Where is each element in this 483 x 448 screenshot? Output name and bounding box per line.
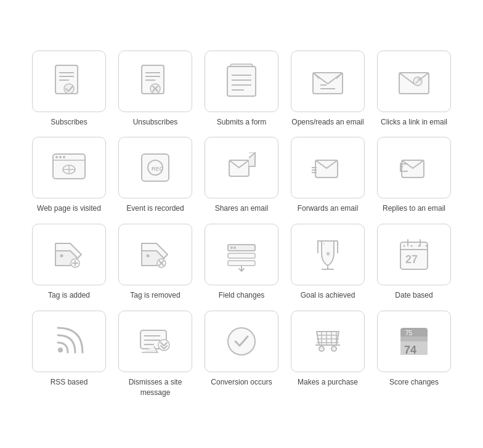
web-page-visited-label: Web page is visited bbox=[37, 203, 101, 214]
dismisses-site-message-icon bbox=[136, 322, 175, 361]
tag-added-label: Tag is added bbox=[48, 290, 90, 301]
icon-box-clicks-link-email bbox=[377, 51, 451, 112]
svg-text:27: 27 bbox=[405, 253, 418, 266]
tag-added-icon bbox=[49, 235, 89, 274]
icon-box-tag-removed bbox=[118, 224, 192, 285]
icon-box-replies-email bbox=[377, 137, 451, 198]
forwards-email-label: Forwards an email bbox=[298, 203, 359, 214]
replies-email-label: Replies to an email bbox=[383, 203, 445, 214]
shares-email-label: Shares an email bbox=[215, 203, 269, 214]
tile-field-changes[interactable]: Field changes bbox=[201, 224, 282, 301]
svg-point-75 bbox=[418, 245, 420, 247]
forwards-email-icon bbox=[308, 148, 347, 187]
tile-tag-added[interactable]: Tag is added bbox=[29, 224, 109, 301]
svg-text:74: 74 bbox=[404, 344, 416, 356]
svg-point-94 bbox=[331, 346, 336, 351]
submits-form-icon bbox=[222, 62, 261, 101]
tile-web-page-visited[interactable]: Web page is visited bbox=[29, 137, 109, 214]
icon-box-subscribes bbox=[32, 51, 106, 112]
conversion-occurs-label: Conversion occurs bbox=[211, 377, 272, 388]
clicks-link-email-icon bbox=[394, 62, 434, 101]
tile-subscribes[interactable]: Subscribes bbox=[29, 51, 109, 128]
icon-box-forwards-email bbox=[291, 137, 365, 198]
tile-event-recorded[interactable]: REC Event is recorded bbox=[115, 137, 195, 214]
svg-text:+: + bbox=[336, 242, 339, 246]
trigger-grid: Subscribes Unsubscribes bbox=[29, 51, 454, 398]
svg-text:REC: REC bbox=[152, 166, 164, 172]
web-page-visited-icon bbox=[49, 148, 89, 187]
svg-point-54 bbox=[230, 246, 233, 249]
svg-point-76 bbox=[426, 245, 428, 247]
goal-achieved-icon: ★ + + + bbox=[308, 235, 347, 274]
icon-box-event-recorded: REC bbox=[118, 137, 192, 198]
field-changes-label: Field changes bbox=[219, 290, 265, 301]
icon-box-date-based: 27 bbox=[377, 224, 451, 285]
icon-box-dismisses-site-message bbox=[118, 311, 192, 372]
svg-point-27 bbox=[55, 156, 58, 158]
date-based-icon: 27 bbox=[394, 235, 434, 274]
svg-text:75: 75 bbox=[405, 330, 413, 336]
tile-clicks-link-email[interactable]: Clicks a link in email bbox=[374, 51, 454, 128]
tile-makes-purchase[interactable]: Makes a purchase bbox=[288, 311, 368, 398]
opens-reads-email-icon bbox=[308, 62, 347, 101]
tile-goal-achieved[interactable]: ★ + + + Goal is achieved bbox=[288, 224, 368, 301]
conversion-occurs-icon bbox=[222, 322, 261, 361]
icon-box-goal-achieved: ★ + + + bbox=[291, 224, 365, 285]
svg-rect-56 bbox=[228, 253, 255, 258]
svg-point-73 bbox=[404, 245, 405, 247]
svg-point-28 bbox=[59, 156, 62, 158]
icon-box-field-changes bbox=[205, 224, 278, 285]
makes-purchase-icon bbox=[308, 322, 347, 361]
svg-rect-57 bbox=[228, 261, 255, 266]
tile-date-based[interactable]: 27 Date based bbox=[374, 224, 454, 301]
icon-box-submits-form bbox=[205, 51, 278, 112]
event-recorded-icon: REC bbox=[136, 148, 175, 187]
tile-submits-form[interactable]: Submits a form bbox=[201, 51, 282, 128]
svg-point-74 bbox=[411, 245, 413, 247]
icon-box-web-page-visited bbox=[32, 137, 106, 198]
svg-point-93 bbox=[319, 346, 324, 351]
score-changes-icon: 75 74 bbox=[394, 322, 434, 361]
tag-removed-icon bbox=[136, 235, 175, 274]
subscribes-icon bbox=[49, 62, 89, 101]
tile-shares-email[interactable]: Shares an email bbox=[201, 137, 282, 214]
tile-tag-removed[interactable]: Tag is removed bbox=[115, 224, 195, 301]
shares-email-icon bbox=[222, 148, 261, 187]
tile-dismisses-site-message[interactable]: Dismisses a site message bbox=[115, 311, 195, 398]
unsubscribes-label: Unsubscribes bbox=[133, 117, 178, 128]
tile-conversion-occurs[interactable]: Conversion occurs bbox=[201, 311, 282, 398]
unsubscribes-icon bbox=[136, 62, 175, 101]
icon-box-opens-reads-email bbox=[291, 51, 365, 112]
clicks-link-email-label: Clicks a link in email bbox=[381, 117, 447, 128]
tile-unsubscribes[interactable]: Unsubscribes bbox=[115, 51, 195, 128]
svg-point-49 bbox=[147, 255, 150, 258]
icon-box-conversion-occurs bbox=[205, 311, 278, 372]
tile-replies-email[interactable]: Replies to an email bbox=[374, 137, 454, 214]
svg-rect-13 bbox=[227, 67, 256, 96]
makes-purchase-label: Makes a purchase bbox=[298, 377, 358, 388]
icon-box-tag-added bbox=[32, 224, 106, 285]
svg-text:+: + bbox=[323, 242, 325, 245]
tile-rss-based[interactable]: RSS based bbox=[29, 311, 109, 398]
rss-based-label: RSS based bbox=[51, 377, 88, 388]
icon-box-rss-based bbox=[32, 311, 106, 372]
field-changes-icon bbox=[222, 235, 261, 274]
svg-point-78 bbox=[58, 348, 63, 352]
opens-reads-email-label: Opens/reads an email bbox=[291, 117, 363, 128]
svg-text:★: ★ bbox=[325, 250, 331, 257]
submits-form-label: Submits a form bbox=[217, 117, 267, 128]
svg-point-29 bbox=[63, 156, 65, 158]
icon-box-shares-email bbox=[205, 137, 278, 198]
icon-box-score-changes: 75 74 bbox=[377, 311, 451, 372]
tile-score-changes[interactable]: 75 74 Score changes bbox=[374, 311, 454, 398]
rss-based-icon bbox=[49, 322, 89, 361]
svg-text:+: + bbox=[317, 238, 319, 243]
icon-box-unsubscribes bbox=[118, 51, 192, 112]
date-based-label: Date based bbox=[395, 290, 432, 301]
icon-box-makes-purchase bbox=[291, 311, 365, 372]
tile-forwards-email[interactable]: Forwards an email bbox=[288, 137, 368, 214]
goal-achieved-label: Goal is achieved bbox=[301, 290, 355, 301]
dismisses-site-message-label: Dismisses a site message bbox=[118, 377, 192, 398]
score-changes-label: Score changes bbox=[389, 377, 439, 388]
tile-opens-reads-email[interactable]: Opens/reads an email bbox=[288, 51, 368, 128]
